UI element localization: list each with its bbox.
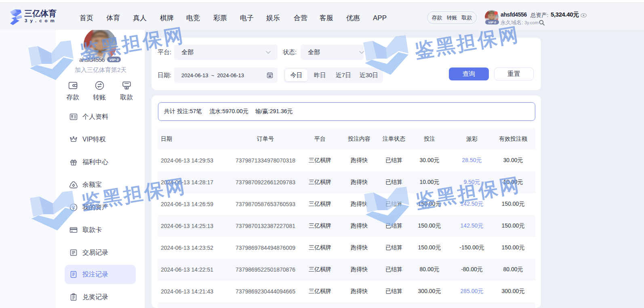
svg-text:VIP 0: VIP 0 (109, 57, 119, 62)
svg-text:VIP 0: VIP 0 (488, 21, 496, 24)
